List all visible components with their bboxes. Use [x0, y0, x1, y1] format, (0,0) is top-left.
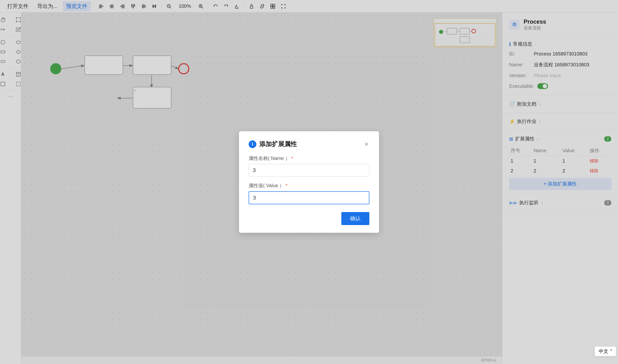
modal-title: 添加扩展属性	[259, 140, 361, 148]
value-required-marker: *	[286, 183, 287, 188]
add-ext-attr-modal: i 添加扩展属性 × 属性名称( Name ） * 属性值( Value ） *…	[239, 131, 379, 233]
lang-label: 中文	[599, 348, 608, 355]
modal-footer: 确认	[249, 212, 369, 225]
value-input[interactable]	[249, 191, 369, 204]
value-field-label: 属性值( Value ） *	[249, 182, 369, 189]
modal-close-button[interactable]: ×	[363, 141, 369, 148]
lang-switcher[interactable]: 中文 "	[595, 346, 616, 356]
name-required-marker: *	[291, 156, 293, 161]
modal-info-icon: i	[249, 140, 256, 148]
confirm-button[interactable]: 确认	[341, 212, 369, 225]
name-field-label: 属性名称( Name ） *	[249, 155, 369, 162]
modal-header: i 添加扩展属性 ×	[249, 140, 369, 148]
name-field-group: 属性名称( Name ） *	[249, 155, 369, 182]
lang-icon: "	[610, 349, 612, 354]
modal-overlay[interactable]: i 添加扩展属性 × 属性名称( Name ） * 属性值( Value ） *…	[0, 0, 618, 364]
value-field-group: 属性值( Value ） *	[249, 182, 369, 210]
name-input[interactable]	[249, 164, 369, 177]
